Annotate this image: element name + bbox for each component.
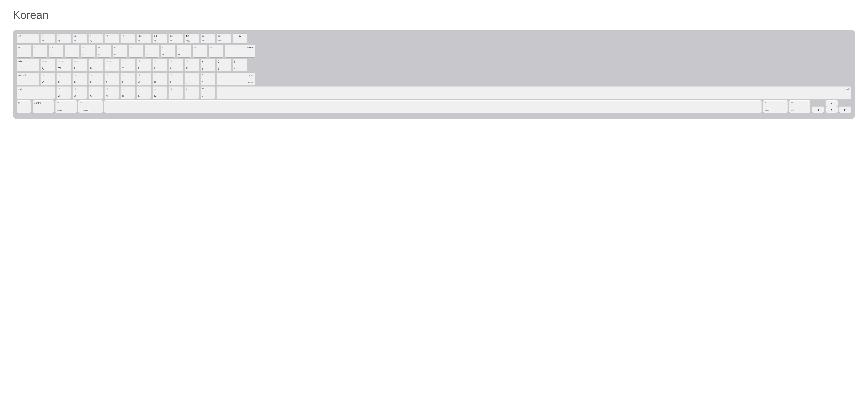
caps-lock-indicator bbox=[18, 74, 20, 76]
fn-row: esc ☀ F1 ✦ F2 ⊞ F3 ⠿ F4 F5 F6 ◀◀ F7 ▶⏸ bbox=[17, 34, 851, 43]
key-g[interactable]: ㅎ G bbox=[104, 73, 119, 85]
key-f8[interactable]: ▶⏸ F8 bbox=[153, 34, 167, 43]
key-k[interactable]: ㅏ K bbox=[153, 73, 167, 85]
key-arrow-left[interactable]: ◀ bbox=[812, 107, 824, 113]
key-o[interactable]: ㅔ O bbox=[168, 59, 183, 71]
key-f12[interactable]: 🔊 F12 bbox=[217, 34, 231, 43]
shift-row: shift ㅋ Z ㅌ X ㅊ C ㅍ V ㅠ B ㅜ N ㅡ M bbox=[17, 86, 851, 99]
key-backtick[interactable]: ~ ` bbox=[17, 45, 31, 57]
key-l[interactable]: ㅣ L bbox=[168, 73, 183, 85]
key-arrow-down[interactable]: ▼ bbox=[826, 107, 838, 113]
key-h[interactable]: ㅗ H bbox=[121, 73, 135, 85]
key-u[interactable]: ㅕ U bbox=[136, 59, 151, 71]
key-z[interactable]: ㅋ Z bbox=[57, 86, 71, 99]
key-caps-lock[interactable]: caps lock bbox=[17, 73, 39, 85]
key-f5[interactable]: F5 bbox=[104, 34, 119, 43]
key-shift-right[interactable]: shift bbox=[217, 86, 851, 99]
key-command-left[interactable]: ⌘ command bbox=[78, 100, 103, 113]
key-i[interactable]: ㅣ I bbox=[153, 59, 167, 71]
key-f11[interactable]: 🔉 F11 bbox=[200, 34, 215, 43]
key-q[interactable]: ㅃ ㅂ Q bbox=[40, 59, 55, 71]
key-delete[interactable]: delete bbox=[225, 45, 255, 57]
key-f3[interactable]: ⊞ F3 bbox=[72, 34, 87, 43]
key-a[interactable]: ㅁ A bbox=[40, 73, 55, 85]
key-control[interactable]: control bbox=[33, 100, 54, 113]
key-quote[interactable]: " ' bbox=[200, 73, 215, 85]
key-f1[interactable]: ☀ F1 bbox=[40, 34, 55, 43]
key-tab[interactable]: tab bbox=[17, 59, 39, 71]
key-1[interactable]: ! 1 bbox=[33, 45, 47, 57]
key-comma[interactable]: < , bbox=[168, 86, 183, 99]
key-command-right[interactable]: ⌘ command bbox=[763, 100, 787, 113]
key-arrow-up[interactable]: ▲ bbox=[826, 100, 838, 107]
arrow-cluster: ▲ ◀ ▼ ▶ bbox=[812, 100, 851, 113]
key-t[interactable]: ㅆ ㅅ T bbox=[104, 59, 119, 71]
key-f[interactable]: ㄹ F bbox=[89, 73, 103, 85]
key-fn[interactable]: fn bbox=[17, 100, 31, 113]
key-alt-right[interactable]: alt option bbox=[789, 100, 810, 113]
key-slash[interactable]: ? / bbox=[200, 86, 215, 99]
tab-row: tab ㅃ ㅂ Q ㅉ ㅈ W ㄸ ㄷ E ㄲ ㄱ R ㅆ ㅅ T ㅛ Y ㅕ … bbox=[17, 59, 851, 71]
eject-icon: ⏏ bbox=[239, 35, 241, 37]
key-bracket-right[interactable]: } ] bbox=[217, 59, 231, 71]
key-s[interactable]: ㄴ S bbox=[57, 73, 71, 85]
key-f6[interactable]: F6 bbox=[121, 34, 135, 43]
key-f9[interactable]: ▶▶ F9 bbox=[168, 34, 183, 43]
key-period[interactable]: > . bbox=[185, 86, 199, 99]
key-m[interactable]: ㅡ M bbox=[153, 86, 167, 99]
key-arrow-right[interactable]: ▶ bbox=[839, 107, 851, 113]
key-f4[interactable]: ⠿ F4 bbox=[89, 34, 103, 43]
key-8[interactable]: * 8 bbox=[145, 45, 159, 57]
key-j[interactable]: ㅓ J bbox=[136, 73, 151, 85]
caps-row: caps lock ㅁ A ㄴ S ㅇ D ㄹ F ㅎ G ㅗ H ㅓ J bbox=[17, 73, 851, 85]
key-4[interactable]: $ 4 bbox=[81, 45, 95, 57]
key-bracket-left[interactable]: { [ bbox=[200, 59, 215, 71]
key-minus[interactable]: − - bbox=[193, 45, 207, 57]
key-enter[interactable]: enter return bbox=[217, 73, 255, 85]
key-e[interactable]: ㄸ ㄷ E bbox=[72, 59, 87, 71]
key-7[interactable]: & 7 bbox=[129, 45, 143, 57]
key-5[interactable]: % 5 bbox=[97, 45, 111, 57]
key-f7[interactable]: ◀◀ F7 bbox=[136, 34, 151, 43]
key-v[interactable]: ㅍ V bbox=[104, 86, 119, 99]
key-6[interactable]: ^ 6 bbox=[113, 45, 127, 57]
key-backslash[interactable]: | \ bbox=[232, 59, 247, 71]
arrow-bottom-row: ◀ ▼ ▶ bbox=[812, 107, 851, 113]
key-x[interactable]: ㅌ X bbox=[72, 86, 87, 99]
key-3[interactable]: # 3 bbox=[65, 45, 79, 57]
key-p[interactable]: ㅖ P bbox=[185, 59, 199, 71]
key-9[interactable]: ( 9 bbox=[161, 45, 175, 57]
key-equals[interactable]: + = bbox=[209, 45, 223, 57]
bottom-row: fn control alt option ⌘ command ⌘ comman… bbox=[17, 100, 851, 113]
num-row: ~ ` ! 1 @ 2 # 3 $ 4 % 5 ^ 6 & 7 bbox=[17, 45, 851, 57]
key-alt-left[interactable]: alt option bbox=[56, 100, 77, 113]
key-semicolon[interactable]: : ; bbox=[185, 73, 199, 85]
key-space[interactable] bbox=[104, 100, 762, 113]
keyboard: esc ☀ F1 ✦ F2 ⊞ F3 ⠿ F4 F5 F6 ◀◀ F7 ▶⏸ bbox=[13, 30, 855, 119]
key-r[interactable]: ㄲ ㄱ R bbox=[89, 59, 103, 71]
key-w[interactable]: ㅉ ㅈ W bbox=[57, 59, 71, 71]
key-0[interactable]: ) 0 bbox=[177, 45, 191, 57]
key-esc[interactable]: esc bbox=[17, 34, 39, 43]
key-f10[interactable]: 🔇 F10 bbox=[185, 34, 199, 43]
page-title: Korean bbox=[13, 8, 855, 21]
key-b[interactable]: ㅠ B bbox=[121, 86, 135, 99]
arrow-top-row: ▲ bbox=[812, 100, 851, 107]
key-c[interactable]: ㅊ C bbox=[89, 86, 103, 99]
key-y[interactable]: ㅛ Y bbox=[121, 59, 135, 71]
key-shift-left[interactable]: shift bbox=[17, 86, 55, 99]
key-eject[interactable]: ⏏ bbox=[232, 34, 247, 43]
key-n[interactable]: ㅜ N bbox=[136, 86, 151, 99]
key-d[interactable]: ㅇ D bbox=[72, 73, 87, 85]
key-f2[interactable]: ✦ F2 bbox=[57, 34, 71, 43]
key-2[interactable]: @ 2 bbox=[49, 45, 63, 57]
